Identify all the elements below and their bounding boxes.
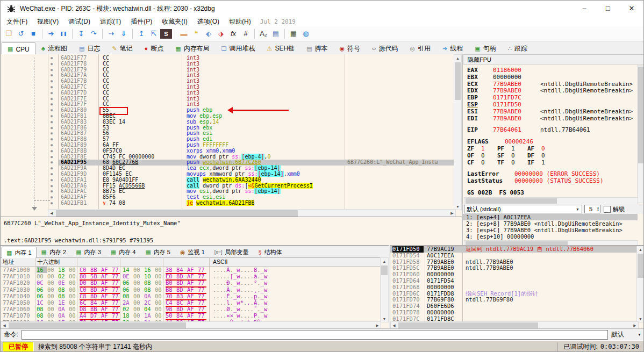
tab-dump-4[interactable]: ▦内存 4 xyxy=(106,246,141,257)
disasm-vscrollbar[interactable]: ▲ ▼ xyxy=(454,54,462,210)
tab-seh[interactable]: ⚠SEH链 xyxy=(261,42,301,55)
breakpoint-dot-icon[interactable]: ● xyxy=(51,102,53,107)
breakpoint-dot-icon[interactable]: ● xyxy=(51,78,53,84)
maximize-button[interactable]: □ xyxy=(596,1,620,17)
pause-button[interactable]: ❚❚ xyxy=(58,28,69,40)
stack-row[interactable]: 0171FD54A0C17EEA xyxy=(390,253,638,259)
breakpoint-dot-icon[interactable]: ● xyxy=(51,183,53,189)
dump-row[interactable]: 77AF100016001800C08BAF77140016003884AF77… xyxy=(1,267,389,273)
tab-threads[interactable]: ➔线程 xyxy=(437,42,469,55)
stack-argument-row[interactable]: 4: [esp+10] 00000000 xyxy=(463,233,638,240)
flags-row[interactable]: CF0TF0IF1 xyxy=(463,160,638,167)
disasm-row[interactable]: ●6AD21F8383EC 14sub esp,14 xyxy=(1,119,454,125)
breakpoint-dot-icon[interactable]: ● xyxy=(51,137,53,142)
stack-row[interactable]: 0171FD7C0171FD8C xyxy=(390,316,638,321)
stack-argument-row[interactable]: 2: [esp+8] 77B9ABE0 <ntdll.DbgUiRemoteBr… xyxy=(463,220,638,227)
register-row[interactable]: EDX77B9ABE0<ntdll.DbgUiRemoteBreakin> xyxy=(463,88,638,95)
memory-dump-pane[interactable]: ▦内存 1▦内存 2▦内存 3▦内存 4▦内存 5◉监视 1[x=]局部变量§结… xyxy=(1,245,389,328)
registers-pane[interactable]: 隐藏FPU EAX01186000EBX00000000ECX77B9ABE0<… xyxy=(462,54,644,245)
breakpoint-dot-icon[interactable]: ● xyxy=(51,160,53,166)
tab-dump-3[interactable]: ▦内存 3 xyxy=(71,246,106,257)
tab-graph[interactable]: ♣流程图 xyxy=(35,42,73,55)
breakpoint-dot-icon[interactable]: ● xyxy=(51,107,53,113)
hash-button[interactable]: # xyxy=(240,28,252,40)
step-into-button[interactable]: ↧ xyxy=(75,28,87,40)
flags-row[interactable]: OF0SF0DF0 xyxy=(463,153,638,160)
breakpoint-dot-icon[interactable]: ● xyxy=(51,195,53,200)
run-to-user-code-button[interactable]: ⇢ xyxy=(105,28,117,40)
calculator-button[interactable]: ▦ xyxy=(288,28,299,40)
menu-item[interactable]: 文件(F) xyxy=(2,17,32,26)
calling-convention-select[interactable]: 默认 (stdcall)▼ xyxy=(464,205,582,213)
tab-dump-5[interactable]: ▦内存 5 xyxy=(140,246,175,257)
registers-hscrollbar[interactable] xyxy=(464,197,638,205)
disassembly-pane[interactable]: ●6AD21F77CCint3●6AD21F78CCint3●6AD21F79C… xyxy=(1,54,462,217)
label-button[interactable]: ⬖ xyxy=(203,28,214,40)
breakpoint-dot-icon[interactable]: ● xyxy=(51,166,53,171)
command-input[interactable] xyxy=(22,330,608,340)
step-out-button[interactable]: ⇓ xyxy=(118,28,130,40)
registers-vscrollbar[interactable] xyxy=(637,65,644,203)
bookmark-button[interactable]: ⬗ xyxy=(215,28,227,40)
menu-item[interactable]: 调试(D) xyxy=(63,17,95,26)
hide-fpu-button[interactable]: 隐藏FPU xyxy=(463,54,644,64)
patch-button[interactable]: ▬ xyxy=(178,28,190,40)
breakpoint-dot-icon[interactable]: ● xyxy=(51,55,53,61)
tab-trace[interactable]: ∴跟踪 xyxy=(502,42,533,55)
tab-locals[interactable]: [x=]局部变量 xyxy=(210,246,254,257)
tab-source[interactable]: ‹›源代码 xyxy=(366,42,404,55)
stack-row[interactable]: 0171FD6800000000 xyxy=(390,284,638,291)
dump-row[interactable]: 77AF101000000200805BAF770E001000E08DAF77… xyxy=(1,273,389,279)
unlock-checkbox[interactable]: 解锁 xyxy=(604,205,625,213)
breakpoint-dot-icon[interactable]: ● xyxy=(51,119,53,125)
comment-button[interactable]: ❝ xyxy=(190,28,202,40)
menu-item[interactable]: 选项(O) xyxy=(192,17,224,26)
step-over-button[interactable]: ↷ xyxy=(88,28,99,40)
last-status-row[interactable]: LastStatus00000000 (STATUS_SUCCESS) xyxy=(463,178,638,185)
stack-vscrollbar[interactable]: ▲ ▼ xyxy=(636,246,644,322)
stack-row[interactable]: 0171FD7800000000 xyxy=(390,310,638,316)
execute-till-return-button[interactable]: ↥ xyxy=(135,28,147,40)
tab-cpu[interactable]: ▦CPU xyxy=(2,42,35,55)
function-button[interactable]: fx xyxy=(227,28,239,40)
breakpoint-dot-icon[interactable]: ● xyxy=(51,142,53,148)
tab-call-stack[interactable]: ❏调用堆栈 xyxy=(216,42,261,55)
scroll-up-icon[interactable]: ▲ xyxy=(637,246,644,253)
scroll-left-icon[interactable]: ◀ xyxy=(48,210,55,217)
breakpoint-dot-icon[interactable]: ● xyxy=(51,73,53,78)
eflags-row[interactable]: EFLAGS00000246 xyxy=(463,139,638,146)
dump-row[interactable]: 77AF10200C000E00D08DAF7706000800B08DAF77… xyxy=(1,279,389,286)
menu-item[interactable]: 帮助(H) xyxy=(224,17,256,26)
breakpoint-dot-icon[interactable]: ● xyxy=(51,96,53,102)
breakpoint-dot-icon[interactable]: ● xyxy=(51,171,53,177)
device-button[interactable]: ▤ xyxy=(270,28,282,40)
breakpoint-dot-icon[interactable]: ● xyxy=(51,177,53,183)
stop-button[interactable]: ■ xyxy=(27,28,39,40)
tab-notes[interactable]: ✎笔记 xyxy=(106,42,138,55)
minimize-button[interactable]: – xyxy=(573,1,596,17)
breakpoint-dot-icon[interactable]: ● xyxy=(51,67,53,73)
register-row[interactable]: EIP77B64061ntdll.77B64061 xyxy=(463,127,638,134)
attach-button[interactable]: ⇱ xyxy=(148,28,160,40)
tab-struct[interactable]: §结构体 xyxy=(254,246,287,257)
close-button[interactable]: ✕ xyxy=(620,1,643,17)
dump-row[interactable]: 77AF103006000800C08DAF7706000800B88DAF77… xyxy=(1,286,389,293)
breakpoint-dot-icon[interactable]: ● xyxy=(51,189,53,195)
disasm-hscrollbar[interactable]: ◀ ▶ xyxy=(48,209,456,217)
settings-button[interactable]: S xyxy=(160,29,172,39)
stack-argument-row[interactable]: 1: [esp+4] A0C17EEA xyxy=(463,214,638,220)
disasm-row[interactable]: ●6AD21FB1∨ 74 08je wechatwin.6AD21FBB xyxy=(1,200,454,206)
breakpoint-dot-icon[interactable]: ● xyxy=(51,84,53,90)
breakpoint-dot-icon[interactable]: ● xyxy=(51,131,53,137)
globe-button[interactable]: ◍ xyxy=(300,28,312,40)
open-file-button[interactable]: ❐ xyxy=(3,28,15,40)
argument-count-stepper[interactable]: 5 ▲▼ xyxy=(584,205,600,213)
scroll-up-icon[interactable]: ▲ xyxy=(454,55,461,61)
breakpoint-dot-icon[interactable]: ● xyxy=(51,154,53,160)
restart-button[interactable]: ↺ xyxy=(15,28,27,40)
menu-item[interactable]: 追踪(T) xyxy=(95,17,126,26)
command-mode-dropdown[interactable]: 默认▼ xyxy=(608,330,644,340)
breakpoint-dot-icon[interactable]: ● xyxy=(51,148,53,154)
dump-row[interactable]: 77AF10501C001E006C84AF772A002C00C48CAF77… xyxy=(1,299,389,306)
stack-argument-row[interactable]: 3: [esp+C] 77B9ABE0 <ntdll.DbgUiRemoteBr… xyxy=(463,227,638,233)
